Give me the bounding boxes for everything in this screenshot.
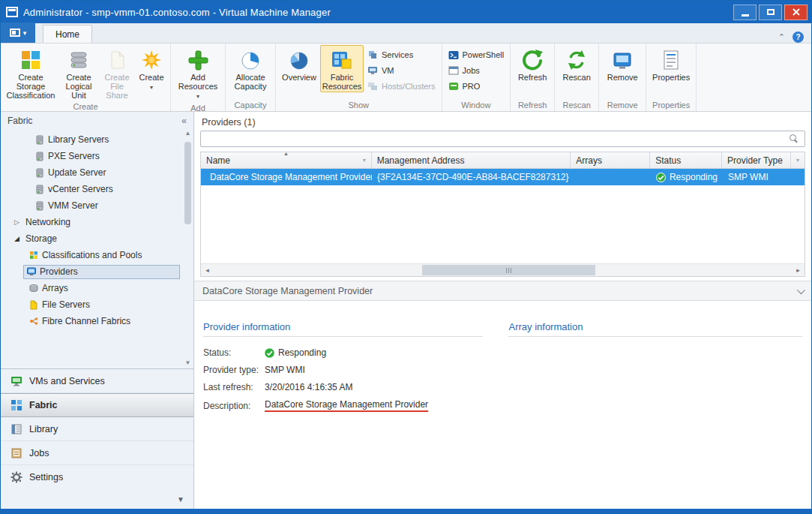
search-icon[interactable] xyxy=(790,134,799,143)
capacity-pie-icon xyxy=(239,48,262,72)
scroll-down-icon[interactable]: ▼ xyxy=(185,359,191,368)
status-responding-icon xyxy=(656,173,666,182)
ribbon-group-rescan: Rescan Rescan xyxy=(555,44,599,111)
fibre-channel-icon xyxy=(29,317,38,326)
rescan-button[interactable]: Rescan xyxy=(557,45,596,83)
workspace-jobs[interactable]: Jobs xyxy=(1,441,193,465)
tree-item-providers[interactable]: Providers xyxy=(1,263,193,280)
scrollbar-thumb[interactable] xyxy=(184,142,191,224)
workspace-settings[interactable]: Settings xyxy=(1,465,193,489)
hosts-clusters-button[interactable]: Hosts/Clusters xyxy=(364,78,439,94)
properties-icon xyxy=(660,48,682,72)
fabric-resources-icon xyxy=(331,48,353,72)
fabric-resources-button[interactable]: Fabric Resources xyxy=(320,45,364,92)
tree-item-update-server[interactable]: Update Server xyxy=(1,164,193,181)
column-header-arrays[interactable]: Arrays xyxy=(571,152,650,168)
app-menu-button[interactable]: ▾ xyxy=(1,23,35,43)
add-resources-button[interactable]: Add Resources ▾ xyxy=(173,45,223,103)
expander-expanded-icon[interactable]: ◢ xyxy=(14,235,22,242)
ribbon: Create Storage Classification Create Log… xyxy=(1,44,811,112)
search-box xyxy=(200,131,805,147)
create-logical-unit-button[interactable]: Create Logical Unit xyxy=(58,45,99,101)
table-header: ▲ Name ▾ Management Address Arrays Statu… xyxy=(201,152,805,169)
tree-item-networking[interactable]: ▷ Networking xyxy=(1,214,193,230)
scroll-left-icon[interactable]: ◂ xyxy=(201,264,214,276)
powershell-button[interactable]: PowerShell xyxy=(445,47,508,62)
vm-button[interactable]: VM xyxy=(364,62,439,78)
vm-icon xyxy=(367,65,378,76)
properties-button[interactable]: Properties xyxy=(649,45,694,83)
status-responding-icon xyxy=(265,348,274,358)
ribbon-group-create: Create Storage Classification Create Log… xyxy=(1,44,171,111)
tree-item-library-servers[interactable]: Library Servers xyxy=(1,131,193,148)
tree-item-classifications-and-pools[interactable]: Classifications and Pools xyxy=(1,247,193,263)
column-header-name[interactable]: ▲ Name ▾ xyxy=(201,152,372,168)
classifications-icon xyxy=(29,251,38,260)
filter-icon[interactable]: ▾ xyxy=(363,157,366,164)
pro-button[interactable]: PRO xyxy=(445,78,508,94)
group-label-rescan: Rescan xyxy=(557,100,596,111)
file-server-icon xyxy=(29,300,38,310)
create-file-share-button[interactable]: Create File Share xyxy=(99,45,135,101)
refresh-button[interactable]: Refresh xyxy=(513,45,552,83)
chevron-down-icon: ▾ xyxy=(150,84,153,91)
field-last-refresh: Last refresh: 3/20/2016 4:16:35 AM xyxy=(203,382,483,392)
create-button[interactable]: Create ▾ xyxy=(135,45,168,94)
scroll-right-icon[interactable]: ▸ xyxy=(792,264,805,276)
tree-item-pxe-servers[interactable]: PXE Servers xyxy=(1,148,193,164)
tree-item-file-servers[interactable]: File Servers xyxy=(1,296,193,313)
tree-item-arrays[interactable]: Arrays xyxy=(1,280,193,296)
horizontal-scrollbar[interactable]: ◂ ▸ xyxy=(201,263,805,276)
jobs-button[interactable]: Jobs xyxy=(445,62,508,78)
list-title: Providers (1) xyxy=(194,112,811,130)
remove-button[interactable]: Remove xyxy=(601,45,643,83)
allocate-capacity-button[interactable]: Allocate Capacity xyxy=(228,45,273,92)
vms-and-services-icon xyxy=(10,375,22,387)
table-row[interactable]: DataCore Storage Management Provider {3F… xyxy=(201,169,805,185)
overview-button[interactable]: Overview xyxy=(278,45,320,83)
ribbon-group-properties: Properties Properties xyxy=(646,44,697,111)
tab-home[interactable]: Home xyxy=(43,25,92,43)
ribbon-group-refresh: Refresh Refresh xyxy=(511,44,555,111)
workspace-library[interactable]: Library xyxy=(1,417,193,441)
column-header-management-address[interactable]: Management Address xyxy=(372,152,571,168)
create-storage-classification-button[interactable]: Create Storage Classification xyxy=(3,45,58,101)
sort-ascending-icon: ▲ xyxy=(283,151,289,156)
details-body: Provider information Status: Responding … xyxy=(194,301,811,509)
column-header-status[interactable]: Status xyxy=(650,152,722,168)
pane-collapse-icon[interactable]: « xyxy=(181,116,187,126)
scrollbar-thumb[interactable] xyxy=(422,265,595,275)
workspace-options-icon[interactable]: ▼ xyxy=(177,495,184,503)
array-information-heading: Array information xyxy=(508,321,802,337)
minimize-button[interactable] xyxy=(733,5,757,20)
server-icon xyxy=(35,201,44,211)
details-header[interactable]: DataCore Storage Management Provider xyxy=(194,281,811,301)
services-button[interactable]: Services xyxy=(364,47,439,62)
search-input[interactable] xyxy=(201,134,790,144)
help-icon[interactable]: ? xyxy=(793,32,804,43)
providers-list: ▲ Name ▾ Management Address Arrays Statu… xyxy=(200,152,805,277)
close-button[interactable] xyxy=(784,5,808,20)
fabric-tree: Library Servers PXE Servers Update Serve… xyxy=(1,130,193,368)
tree-scrollbar[interactable]: ▲ ▼ xyxy=(183,130,193,368)
field-status: Status: Responding xyxy=(203,347,483,358)
window-title: Administrator - smp-vmm-01.contoso.com -… xyxy=(23,7,331,18)
column-chooser[interactable]: ▾ xyxy=(791,152,805,168)
title-bar: Administrator - smp-vmm-01.contoso.com -… xyxy=(1,1,811,23)
column-header-provider-type[interactable]: Provider Type xyxy=(722,152,791,168)
workspace-vms-and-services[interactable]: VMs and Services xyxy=(1,369,193,393)
group-label-capacity: Capacity xyxy=(228,100,273,111)
server-icon xyxy=(35,185,44,194)
scroll-up-icon[interactable]: ▲ xyxy=(185,130,191,139)
add-plus-icon xyxy=(187,48,209,72)
tree-item-vmm-server[interactable]: VMM Server xyxy=(1,197,193,214)
expander-collapsed-icon[interactable]: ▷ xyxy=(14,218,22,226)
maximize-button[interactable] xyxy=(759,5,782,20)
collapse-details-icon[interactable] xyxy=(797,285,805,293)
tree-item-vcenter-servers[interactable]: vCenter Servers xyxy=(1,181,193,197)
tree-item-fibre-channel-fabrics[interactable]: Fibre Channel Fabrics xyxy=(1,313,193,329)
ribbon-collapse-icon[interactable]: ⌃ xyxy=(778,32,785,42)
workspace-fabric[interactable]: Fabric xyxy=(1,393,193,417)
remove-icon xyxy=(611,48,634,72)
tree-item-storage[interactable]: ◢ Storage xyxy=(1,230,193,247)
